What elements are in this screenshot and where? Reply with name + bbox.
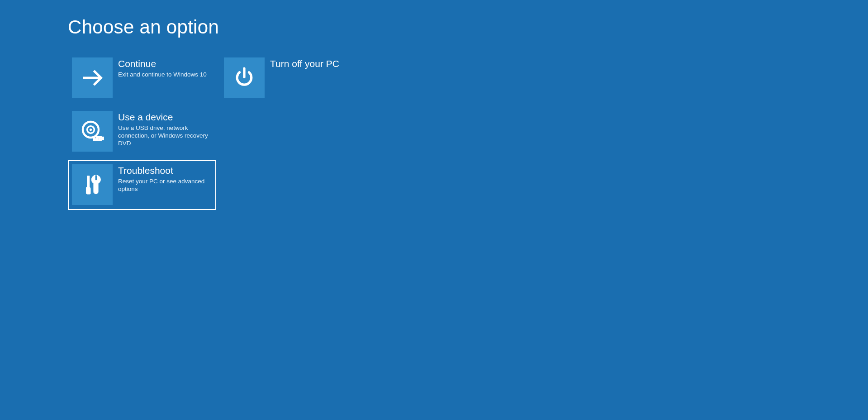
svg-point-3 [90,129,92,131]
svg-rect-6 [95,137,96,138]
power-icon [224,57,265,98]
tile-troubleshoot[interactable]: Troubleshoot Reset your PC or see advanc… [68,160,216,210]
options-tile-list: Continue Exit and continue to Windows 10 [68,53,384,216]
svg-rect-12 [95,175,97,180]
tile-turn-off-pc[interactable]: Turn off your PC [220,53,368,103]
tile-title: Troubleshoot [118,165,210,176]
svg-rect-10 [87,176,89,187]
page-title: Choose an option [68,16,868,38]
svg-rect-5 [102,137,104,140]
svg-rect-11 [86,187,90,194]
tile-text: Troubleshoot Reset your PC or see advanc… [113,164,212,193]
tile-title: Turn off your PC [270,58,339,69]
disc-usb-icon: B [72,111,113,152]
tile-desc: Use a USB drive, network connection, or … [118,124,210,148]
arrow-right-icon [72,57,113,98]
tile-text: Turn off your PC [265,57,341,71]
tile-desc: Reset your PC or see advanced options [118,178,210,193]
tile-title: Continue [118,58,207,69]
tile-title: Use a device [118,112,210,123]
svg-text:B: B [98,137,100,140]
tile-use-a-device[interactable]: B Use a device Use a USB drive, network … [68,107,216,157]
tools-icon [72,164,113,205]
tile-text: Continue Exit and continue to Windows 10 [113,57,209,79]
tile-desc: Exit and continue to Windows 10 [118,71,207,79]
tile-continue[interactable]: Continue Exit and continue to Windows 10 [68,53,216,103]
tile-text: Use a device Use a USB drive, network co… [113,111,212,148]
recovery-options-screen: Choose an option Continue Exit and conti… [0,0,868,216]
